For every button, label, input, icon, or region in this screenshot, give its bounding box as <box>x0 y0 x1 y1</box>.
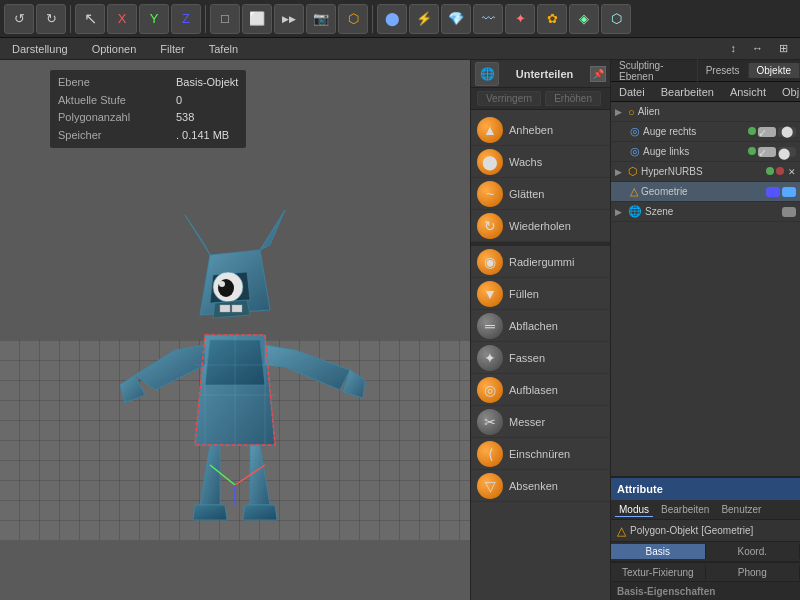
tree-vis-geometrie[interactable] <box>766 187 780 197</box>
tool-icon-abflachen: ═ <box>477 313 503 339</box>
svg-rect-11 <box>232 305 242 312</box>
tree-item-auge-links[interactable]: ◎ Auge links ✓ ⬤ <box>611 142 800 162</box>
move-x-button[interactable]: X <box>107 4 137 34</box>
rp-menu-datei[interactable]: Datei <box>615 84 649 100</box>
tool-fassen[interactable]: ✦ Fassen <box>471 342 610 374</box>
attr-tab-koord[interactable]: Koord. <box>706 544 801 559</box>
top-toolbar: ↺ ↻ ↖ X Y Z □ ⬜ ▶▶ 📷 ⬡ ⬤ ⚡ 💎 〰 ✦ ✿ ◈ ⬡ <box>0 0 800 38</box>
tab-objekte[interactable]: Objekte <box>749 63 800 78</box>
tree-vis-szene[interactable] <box>782 207 796 217</box>
anim-button[interactable]: ▶▶ <box>274 4 304 34</box>
attribute-tabs-row-2: Textur-Fixierung Phong <box>611 562 800 582</box>
attr-tab-benutzer[interactable]: Benutzer <box>717 503 765 516</box>
attr-tab-basis[interactable]: Basis <box>611 544 706 559</box>
tree-item-auge-rechts[interactable]: ◎ Auge rechts ✓ ⬤ <box>611 122 800 142</box>
tool-icon-aufblasen: ◎ <box>477 377 503 403</box>
tool-icon-radiergummi: ◉ <box>477 249 503 275</box>
move-z-button[interactable]: Z <box>171 4 201 34</box>
attr-tab-phong[interactable]: Phong <box>706 565 801 580</box>
attr-tab-textur[interactable]: Textur-Fixierung <box>611 565 706 580</box>
erhohen-button[interactable]: Erhöhen <box>545 91 601 106</box>
tool-radiergummi[interactable]: ◉ Radiergummi <box>471 246 610 278</box>
sculpt-panel-header: 🌐 Unterteilen 📌 <box>471 60 610 88</box>
sphere-tool-button[interactable]: ⬤ <box>377 4 407 34</box>
tool-messer[interactable]: ✂ Messer <box>471 406 610 438</box>
undo-button[interactable]: ↺ <box>4 4 34 34</box>
rp-menu-obj[interactable]: Obj <box>778 84 800 100</box>
sculpt-panel-title: Unterteilen <box>501 68 588 80</box>
menu-darstellung[interactable]: Darstellung <box>8 41 72 57</box>
move-y-button[interactable]: Y <box>139 4 169 34</box>
tree-vis-auge-links[interactable]: ✓ <box>758 147 776 157</box>
tool-icon-fassen: ✦ <box>477 345 503 371</box>
view-arrange-button[interactable]: ↕ <box>727 40 741 57</box>
tree-item-hypernurbs[interactable]: ▶ ⬡ HyperNURBS ✕ <box>611 162 800 182</box>
svg-marker-19 <box>243 505 277 520</box>
sculpt-tools-panel: 🌐 Unterteilen 📌 Verringern Erhöhen ▲ Anh… <box>470 60 610 600</box>
menu-tafeln[interactable]: Tafeln <box>205 41 242 57</box>
rp-menu-bearbeiten[interactable]: Bearbeiten <box>657 84 718 100</box>
stufe-value: 0 <box>176 92 182 110</box>
tool-einschnuren[interactable]: ⟨ Einschnüren <box>471 438 610 470</box>
tool-label-glatten: Glätten <box>509 188 544 200</box>
attribute-object-name: △ Polygon-Objekt [Geometrie] <box>611 520 800 542</box>
sculpt-pin-button[interactable]: 📌 <box>590 66 606 82</box>
tree-dots-szene <box>782 207 796 217</box>
tree-arrow-szene: ▶ <box>615 207 625 217</box>
view-grid-button[interactable]: ⊞ <box>775 40 792 57</box>
tool-icon-messer: ✂ <box>477 409 503 435</box>
nurbs-button[interactable]: ⚡ <box>409 4 439 34</box>
tool-anheben[interactable]: ▲ Anheben <box>471 114 610 146</box>
tree-render-auge-links[interactable]: ⬤ <box>778 147 796 157</box>
tree-dot-4 <box>776 167 784 175</box>
tree-label-auge-rechts: Auge rechts <box>643 126 745 137</box>
tool-aufblasen[interactable]: ◎ Aufblasen <box>471 374 610 406</box>
viewport-3d[interactable]: Ebene Basis-Objekt Aktuelle Stufe 0 Poly… <box>0 60 470 600</box>
tree-render-geometrie[interactable] <box>782 187 796 197</box>
tree-icon-geometrie: △ <box>630 185 638 198</box>
select-tool-button[interactable]: ↖ <box>75 4 105 34</box>
menu-filter[interactable]: Filter <box>156 41 188 57</box>
poly-mode-button[interactable]: ⬜ <box>242 4 272 34</box>
deform-button[interactable]: 💎 <box>441 4 471 34</box>
poly-value: 538 <box>176 109 194 127</box>
fx-button[interactable]: ✦ <box>505 4 535 34</box>
tab-sculpting-ebenen[interactable]: Sculpting-Ebenen <box>611 58 698 84</box>
tree-dots-hypernurbs: ✕ <box>766 167 796 177</box>
particles-button[interactable]: ✿ <box>537 4 567 34</box>
sculpt-globe-button[interactable]: 🌐 <box>475 62 499 86</box>
attr-tab-bearbeiten[interactable]: Bearbeiten <box>657 503 713 516</box>
view-split-button[interactable]: ↔ <box>748 40 767 57</box>
render-button[interactable]: ⬡ <box>338 4 368 34</box>
attr-tab-modus[interactable]: Modus <box>615 503 653 517</box>
tab-presets[interactable]: Presets <box>698 63 749 78</box>
menu-optionen[interactable]: Optionen <box>88 41 141 57</box>
tool-wiederholen[interactable]: ↻ Wiederholen <box>471 210 610 242</box>
main-area: Ebene Basis-Objekt Aktuelle Stufe 0 Poly… <box>0 60 800 600</box>
tree-render-auge-rechts[interactable]: ⬤ <box>778 127 796 137</box>
tool-label-absenken: Absenken <box>509 480 558 492</box>
attr-obj-icon: △ <box>617 524 626 538</box>
camera-button[interactable]: 📷 <box>306 4 336 34</box>
object-mode-button[interactable]: □ <box>210 4 240 34</box>
sculpt-button[interactable]: ⬡ <box>601 4 631 34</box>
hair-button[interactable]: 〰 <box>473 4 503 34</box>
sculpt-sub-bar: Verringern Erhöhen <box>471 88 610 110</box>
tree-label-szene: Szene <box>645 206 779 217</box>
tool-glatten[interactable]: ~ Glätten <box>471 178 610 210</box>
tree-dot-3 <box>766 167 774 175</box>
tree-item-alien[interactable]: ▶ ○ Alien <box>611 102 800 122</box>
tree-item-szene[interactable]: ▶ 🌐 Szene <box>611 202 800 222</box>
tree-icon-auge-rechts: ◎ <box>630 125 640 138</box>
tree-item-geometrie[interactable]: △ Geometrie <box>611 182 800 202</box>
tool-absenken[interactable]: ▽ Absenken <box>471 470 610 502</box>
tree-vis-auge-rechts[interactable]: ✓ <box>758 127 776 137</box>
rp-menu-ansicht[interactable]: Ansicht <box>726 84 770 100</box>
tool-abflachen[interactable]: ═ Abflachen <box>471 310 610 342</box>
tool-wachs[interactable]: ⬤ Wachs <box>471 146 610 178</box>
verringern-button[interactable]: Verringern <box>477 91 541 106</box>
ebene-label: Ebene <box>58 74 168 92</box>
mograph-button[interactable]: ◈ <box>569 4 599 34</box>
tool-fullen[interactable]: ▼ Füllen <box>471 278 610 310</box>
redo-button[interactable]: ↻ <box>36 4 66 34</box>
